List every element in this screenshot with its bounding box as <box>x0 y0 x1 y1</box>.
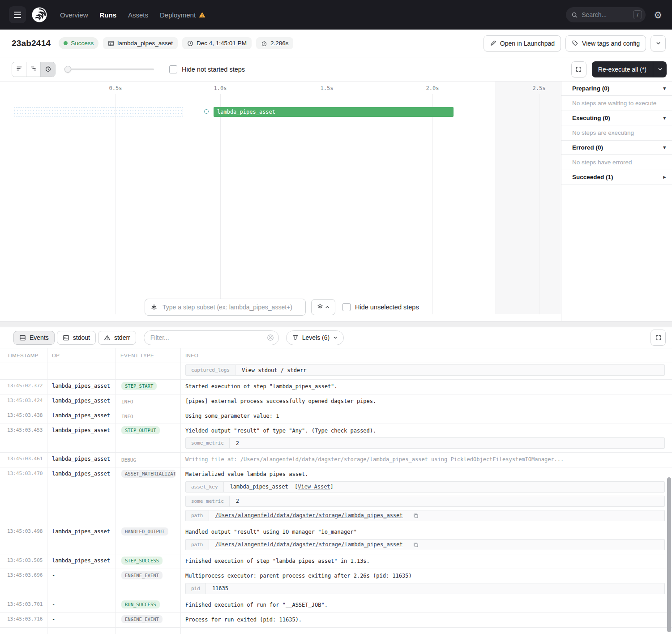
nav-item-deployment[interactable]: Deployment <box>160 11 205 19</box>
step-subset-input[interactable] <box>162 303 300 311</box>
metadata-key: captured_logs <box>186 365 235 375</box>
event-type-badge: STEP_START <box>121 382 157 390</box>
metadata-key: path <box>186 510 209 521</box>
log-row: 13:45:03.701-RUN_SUCCESSFinished executi… <box>0 598 672 613</box>
open-launchpad-button[interactable]: Open in Launchpad <box>484 35 561 51</box>
log-timestamp: 13:45:03.461 <box>0 453 47 467</box>
hide-unselected-checkbox[interactable] <box>342 303 351 311</box>
time-tick-label: 2.5s <box>533 85 546 91</box>
settings-gear-button[interactable]: ⚙ <box>652 9 664 21</box>
log-info: Writing file at: /Users/alangenfeld/data… <box>180 453 672 467</box>
log-table-body: captured_logsView stdout / stderr13:45:0… <box>0 363 672 634</box>
sidebar-section-3-header[interactable]: Errored (0)▾ <box>561 141 672 155</box>
panel-splitter[interactable] <box>0 321 672 327</box>
copy-icon[interactable] <box>413 540 419 550</box>
log-filter-input[interactable] <box>150 334 263 342</box>
levels-filter-button[interactable]: Levels (6) <box>286 330 344 345</box>
log-filler-cell <box>47 628 116 634</box>
tab-label: stdout <box>73 334 90 341</box>
hamburger-menu-button[interactable] <box>9 6 26 23</box>
search-icon <box>571 12 578 18</box>
log-info: captured_logsView stdout / stderr <box>180 363 672 379</box>
hide-not-started-label: Hide not started steps <box>182 66 245 73</box>
view-mode-segmented-control <box>12 62 56 77</box>
log-timestamp: 13:45:03.505 <box>0 554 47 569</box>
tab-stdout[interactable]: stdout <box>57 331 96 345</box>
timed-view-button[interactable] <box>41 62 55 77</box>
log-info: Using some_parameter value: 1 <box>180 409 672 424</box>
metadata-link[interactable]: /Users/alangenfeld/data/dagster/storage/… <box>215 541 403 548</box>
log-filter-wrap[interactable] <box>144 330 279 345</box>
zoom-slider[interactable] <box>65 69 154 70</box>
copy-icon[interactable] <box>413 510 419 521</box>
chevron-down-icon <box>656 41 661 46</box>
metadata-value: 2 <box>230 438 245 448</box>
dagster-logo[interactable] <box>30 6 48 24</box>
event-type-badge: ENGINE_EVENT <box>121 571 163 579</box>
scrollbar[interactable] <box>667 477 671 632</box>
gantt-fullscreen-button[interactable] <box>571 61 586 77</box>
reexecute-all-button[interactable]: Re-execute all (*) <box>592 61 667 77</box>
hide-not-started-checkbox[interactable] <box>169 65 177 73</box>
run-actions-chevron-button[interactable] <box>651 35 666 51</box>
sidebar-section-body: No steps have errored <box>561 155 672 170</box>
log-row: 13:45:03.470lambda_pipes_assetASSET_MATE… <box>0 467 672 525</box>
nav-item-assets[interactable]: Assets <box>128 11 148 19</box>
log-timestamp <box>0 363 47 379</box>
log-info: Materialized value lambda_pipes_asset.as… <box>180 467 672 525</box>
metadata-entry: path/Users/alangenfeld/data/dagster/stor… <box>185 510 665 521</box>
log-event-type <box>116 363 180 379</box>
gridline <box>116 94 116 314</box>
chevron-down-icon: ▾ <box>663 145 666 150</box>
log-op: lambda_pipes_asset <box>47 554 116 569</box>
clear-filter-icon[interactable] <box>267 334 274 341</box>
slider-knob[interactable] <box>64 66 71 73</box>
expand-icon <box>655 334 662 341</box>
hide-not-started-toggle[interactable]: Hide not started steps <box>169 65 245 73</box>
view-asset-link[interactable]: View Asset <box>298 484 330 490</box>
step-subset-input-wrap[interactable] <box>145 299 306 316</box>
sidebar-section-title: Succeeded (1) <box>572 174 613 180</box>
sidebar-section-2-header[interactable]: Executing (0)▾ <box>561 111 672 125</box>
metadata-value: 2 <box>230 496 245 506</box>
search-box[interactable]: Search... / <box>566 7 646 22</box>
gantt-toolbar: Hide not started steps Re-execute all (*… <box>0 57 672 81</box>
hide-unselected-toggle[interactable]: Hide unselected steps <box>342 303 419 311</box>
log-expand-wrap <box>651 330 666 346</box>
tab-stderr[interactable]: stderr <box>98 331 136 345</box>
gantt-controls: Hide unselected steps <box>145 299 419 316</box>
metadata-key: asset_key <box>186 482 224 492</box>
flat-view-button[interactable] <box>12 62 26 77</box>
log-op: lambda_pipes_asset <box>47 394 116 409</box>
log-fullscreen-button[interactable] <box>651 330 666 346</box>
sidebar-section-1-header[interactable]: Preparing (0)▾ <box>561 81 672 96</box>
metadata-entry: asset_keylambda_pipes_asset [View Asset] <box>185 481 665 493</box>
metadata-link[interactable]: /Users/alangenfeld/data/dagster/storage/… <box>215 512 403 518</box>
log-filler-cell <box>180 628 672 634</box>
nav-item-overview[interactable]: Overview <box>60 11 88 19</box>
graph-query-toggle-button[interactable] <box>311 299 335 315</box>
log-row: 13:45:03.438lambda_pipes_assetINFOUsing … <box>0 409 672 424</box>
waterfall-view-button[interactable] <box>26 62 41 77</box>
reexecute-options-chevron[interactable] <box>653 61 667 77</box>
log-event-type: RUN_SUCCESS <box>116 598 180 613</box>
view-tags-config-button[interactable]: View tags and config <box>565 35 646 51</box>
gantt-step-bar-label: lambda_pipes_asset <box>217 109 275 115</box>
log-event-type: ENGINE_EVENT <box>116 569 180 598</box>
gear-icon: ⚙ <box>654 10 662 20</box>
sidebar-section-body: No steps are executing <box>561 125 672 141</box>
status-dot-icon <box>64 41 68 45</box>
metadata-value: /Users/alangenfeld/data/dagster/storage/… <box>209 510 409 521</box>
run-asset-pill[interactable]: lambda_pipes_asset <box>103 37 178 49</box>
log-message: Materialized value lambda_pipes_asset. <box>185 471 665 478</box>
tab-events[interactable]: Events <box>13 331 55 345</box>
hide-unselected-label: Hide unselected steps <box>355 304 419 311</box>
log-timestamp: 13:45:03.424 <box>0 394 47 409</box>
nav-item-runs[interactable]: Runs <box>100 11 117 19</box>
metadata-entry: captured_logsView stdout / stderr <box>185 364 665 376</box>
sidebar-section-4-header[interactable]: Succeeded (1)▸ <box>561 170 672 184</box>
metadata-value: /Users/alangenfeld/data/dagster/storage/… <box>209 540 409 550</box>
status-label: Success <box>71 40 94 47</box>
log-row: 13:45:03.424lambda_pipes_assetINFO[pipes… <box>0 394 672 409</box>
gantt-step-bar[interactable]: lambda_pipes_asset <box>214 107 454 117</box>
